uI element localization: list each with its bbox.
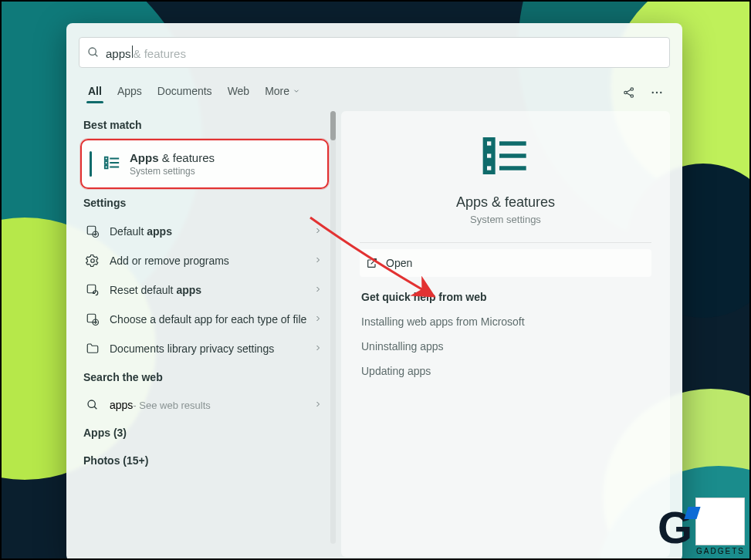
chevron-right-icon [313, 342, 323, 355]
svg-line-25 [94, 407, 96, 409]
chevron-down-icon [293, 87, 300, 95]
svg-point-0 [89, 48, 96, 55]
divider-line [360, 242, 651, 243]
svg-point-7 [652, 92, 654, 93]
settings-item-documents-privacy[interactable]: Documents library privacy settings [80, 334, 329, 363]
help-link[interactable]: Updating apps [360, 359, 651, 383]
best-match-title: Apps & features [130, 151, 215, 164]
settings-item-add-remove-programs[interactable]: Add or remove programs [80, 246, 329, 275]
section-best-match: Best match [80, 111, 329, 139]
svg-point-4 [631, 95, 633, 97]
default-apps-icon [83, 224, 102, 238]
svg-line-6 [627, 93, 631, 96]
settings-item-choose-default-per-filetype[interactable]: Choose a default app for each type of fi… [80, 305, 329, 334]
windows-search-window: apps & features All Apps Documents Web M… [66, 23, 682, 560]
reset-apps-icon [83, 283, 102, 297]
watermark-logo-letter: G [658, 510, 692, 545]
svg-rect-14 [105, 165, 108, 168]
watermark-logo-square [695, 498, 745, 545]
svg-rect-12 [105, 161, 108, 164]
search-icon [83, 399, 102, 411]
search-input[interactable]: apps & features [106, 46, 186, 60]
selection-accent [90, 151, 92, 177]
svg-rect-28 [485, 152, 493, 160]
svg-point-2 [624, 91, 627, 93]
settings-item-label: Reset default apps [110, 284, 313, 296]
settings-item-reset-default-apps[interactable]: Reset default apps [80, 275, 329, 305]
tab-web[interactable]: Web [220, 80, 258, 105]
settings-item-label: Choose a default app for each type of fi… [110, 313, 313, 326]
svg-rect-30 [485, 164, 493, 173]
search-icon [87, 46, 100, 59]
help-link[interactable]: Uninstalling apps [360, 334, 651, 359]
best-match-result[interactable]: Apps & features System settings [80, 139, 329, 189]
section-settings: Settings [80, 189, 329, 217]
tab-apps[interactable]: Apps [110, 80, 150, 105]
svg-point-9 [660, 92, 661, 93]
more-ellipsis-icon[interactable] [650, 86, 664, 100]
settings-item-label: Default apps [110, 225, 313, 238]
chevron-right-icon [313, 225, 323, 238]
help-link[interactable]: Installing web apps from Microsoft [360, 309, 651, 334]
search-bar[interactable]: apps & features [79, 37, 670, 68]
svg-rect-26 [485, 140, 493, 148]
tab-all[interactable]: All [80, 80, 110, 105]
tab-documents[interactable]: Documents [150, 80, 220, 105]
apps-features-large-icon [481, 131, 530, 184]
preview-subtitle: System settings [360, 214, 651, 225]
best-match-subtitle: System settings [130, 166, 215, 177]
settings-item-label: Documents library privacy settings [110, 342, 313, 355]
svg-point-8 [656, 92, 658, 93]
gear-icon [83, 254, 102, 268]
file-type-icon [83, 312, 102, 326]
watermark: G GADGETS [658, 498, 745, 555]
folder-icon [83, 342, 102, 356]
apps-features-list-icon [103, 154, 120, 174]
svg-point-24 [88, 400, 95, 407]
share-network-icon[interactable] [622, 86, 636, 100]
svg-rect-19 [87, 285, 96, 293]
text-caret [132, 46, 133, 58]
quick-help-header: Get quick help from web [360, 277, 651, 309]
settings-item-label: Add or remove programs [110, 255, 313, 267]
search-typed-text: apps [106, 47, 131, 60]
chevron-right-icon [313, 399, 323, 411]
chevron-right-icon [313, 284, 323, 296]
section-search-web: Search the web [80, 363, 329, 391]
results-left-column: Best match Apps & features System settin… [66, 106, 329, 557]
open-button[interactable]: Open [360, 249, 651, 277]
open-external-icon [366, 257, 378, 269]
svg-point-3 [631, 88, 633, 90]
svg-rect-20 [87, 314, 96, 322]
section-photos[interactable]: Photos (15+) [80, 447, 329, 474]
chevron-right-icon [313, 313, 323, 326]
results-scrollbar[interactable] [329, 106, 337, 557]
web-search-term: apps [110, 399, 133, 411]
svg-point-18 [91, 259, 95, 263]
svg-rect-10 [105, 157, 108, 160]
svg-line-5 [627, 89, 631, 92]
tab-more[interactable]: More [257, 80, 308, 105]
svg-rect-16 [87, 226, 96, 234]
search-filter-tabs: All Apps Documents Web More [66, 76, 682, 105]
chevron-right-icon [313, 255, 323, 267]
watermark-text: GADGETS [696, 547, 745, 555]
search-placeholder-hint: & features [134, 47, 186, 60]
section-apps[interactable]: Apps (3) [80, 419, 329, 447]
settings-item-default-apps[interactable]: Default apps [80, 217, 329, 246]
svg-line-1 [95, 54, 97, 56]
web-search-sublabel: - See web results [133, 400, 210, 411]
web-search-item[interactable]: apps - See web results [80, 391, 329, 419]
preview-title: Apps & features [360, 194, 651, 211]
result-preview-panel: Apps & features System settings Open Get… [341, 111, 670, 557]
open-label: Open [386, 257, 412, 269]
